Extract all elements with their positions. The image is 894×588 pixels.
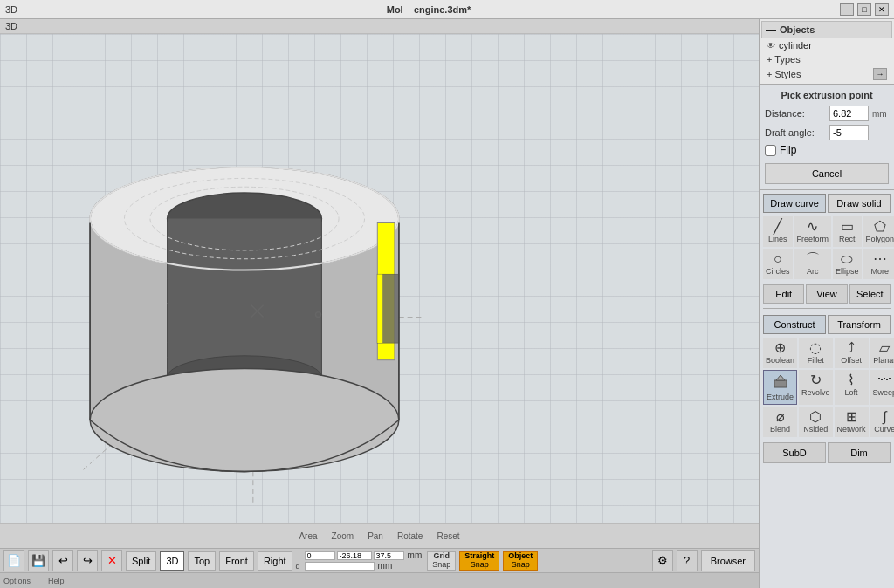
tool-label: More bbox=[871, 267, 890, 276]
rotate-tool[interactable]: Rotate bbox=[397, 531, 423, 541]
construct-tool-loft[interactable]: ⌇Loft bbox=[835, 370, 869, 405]
curve-tool-rect[interactable]: ▭Rect bbox=[833, 216, 862, 247]
reset-tool[interactable]: Reset bbox=[437, 531, 459, 541]
construct-tool-sweep[interactable]: 〰Sweep bbox=[870, 370, 894, 405]
styles-arrow-icon[interactable]: → bbox=[873, 68, 887, 80]
construct-tool-extrude[interactable]: Extrude bbox=[763, 370, 797, 405]
select-button[interactable]: Select bbox=[849, 284, 891, 304]
draw-tabs: Draw curve Draw solid bbox=[763, 194, 891, 213]
pan-tool[interactable]: Pan bbox=[368, 531, 383, 541]
y-coord[interactable] bbox=[337, 551, 372, 560]
curve-tool-polygon[interactable]: ⬠Polygon bbox=[863, 216, 894, 247]
close-button[interactable]: ✕ bbox=[875, 3, 889, 16]
tool-icon-ellipse: ⬭ bbox=[841, 252, 853, 266]
area-tool[interactable]: Area bbox=[299, 531, 317, 541]
d-coord[interactable] bbox=[305, 562, 375, 571]
dim-button[interactable]: Dim bbox=[828, 442, 891, 463]
curve-tool-ellipse[interactable]: ⬭Ellipse bbox=[833, 249, 862, 279]
construct-tab[interactable]: Construct bbox=[763, 315, 826, 334]
object-snap-button[interactable]: Object Snap bbox=[503, 551, 538, 571]
window-controls: — □ ✕ bbox=[840, 3, 889, 16]
top-button[interactable]: Top bbox=[188, 551, 216, 571]
tool-label: Rect bbox=[839, 235, 856, 243]
curve-tool-arc[interactable]: ⌒Arc bbox=[794, 249, 832, 279]
unit-label: mm bbox=[408, 550, 423, 560]
construct-icon-sweep: 〰 bbox=[877, 373, 891, 387]
construct-label: Loft bbox=[845, 388, 858, 397]
curve-tool-lines[interactable]: ╱Lines bbox=[763, 216, 793, 247]
viewport-label: 3D bbox=[0, 19, 759, 34]
construct-tool-fillet[interactable]: ◌Fillet bbox=[799, 338, 833, 368]
construct-tool-boolean[interactable]: ⊕Boolean bbox=[763, 338, 797, 368]
curve-tool-freeform[interactable]: ∿Freeform bbox=[794, 216, 832, 247]
delete-button[interactable]: ✕ bbox=[101, 550, 122, 571]
edit-button[interactable]: Edit bbox=[763, 284, 804, 304]
straight-snap-button[interactable]: Straight Snap bbox=[459, 551, 499, 571]
3d-viewport-svg bbox=[35, 51, 454, 523]
save-button[interactable]: 💾 bbox=[28, 550, 49, 571]
undo-button[interactable]: ↩ bbox=[52, 550, 73, 571]
cylinder-object-item[interactable]: 👁 cylinder bbox=[761, 38, 892, 52]
split-button[interactable]: Split bbox=[126, 551, 156, 571]
draw-curve-tab[interactable]: Draw curve bbox=[763, 194, 826, 213]
objects-panel-header[interactable]: — Objects bbox=[761, 21, 892, 38]
browser-button[interactable]: Browser bbox=[701, 550, 755, 571]
construct-label: Revolve bbox=[801, 388, 830, 397]
construct-icon-loft: ⌇ bbox=[848, 373, 855, 387]
construct-icon-fillet: ◌ bbox=[809, 341, 822, 355]
title-bar: 3D MoI engine.3dm* — □ ✕ bbox=[0, 0, 894, 19]
subd-button[interactable]: SubD bbox=[763, 442, 826, 463]
tool-label: Ellipse bbox=[836, 267, 859, 276]
draft-angle-row: Draft angle: bbox=[765, 125, 889, 140]
help-icon[interactable]: ? bbox=[677, 550, 698, 571]
construct-tool-curve[interactable]: ∫Curve bbox=[870, 407, 894, 437]
minimize-button[interactable]: — bbox=[840, 3, 854, 16]
tool-label: Circles bbox=[766, 267, 790, 276]
draw-solid-tab[interactable]: Draw solid bbox=[828, 194, 891, 213]
construct-tool-network[interactable]: ⊞Network bbox=[835, 407, 869, 437]
eye-icon: 👁 bbox=[767, 41, 775, 51]
curve-tool-circles[interactable]: ○Circles bbox=[763, 249, 793, 279]
construct-icon-network: ⊞ bbox=[846, 410, 857, 424]
options-label: Options bbox=[3, 577, 31, 585]
view-button[interactable]: View bbox=[806, 284, 847, 304]
curve-tool-more[interactable]: ⋯More bbox=[863, 249, 894, 279]
viewport-tag: 3D bbox=[5, 4, 17, 15]
cancel-button[interactable]: Cancel bbox=[765, 163, 889, 184]
transform-tab[interactable]: Transform bbox=[828, 315, 891, 334]
app-title: MoI engine.3dm* bbox=[387, 4, 471, 15]
maximize-button[interactable]: □ bbox=[857, 3, 871, 16]
construct-label: Blend bbox=[770, 425, 790, 434]
distance-input[interactable] bbox=[829, 106, 869, 121]
styles-sub-panel[interactable]: + Styles → bbox=[761, 66, 892, 82]
construct-tool-offset[interactable]: ⤴Offset bbox=[835, 338, 869, 368]
construct-label: Network bbox=[837, 425, 866, 434]
construct-icon-blend: ⌀ bbox=[776, 410, 785, 424]
new-button[interactable]: 📄 bbox=[3, 550, 24, 571]
z-coord[interactable] bbox=[374, 551, 404, 560]
3d-button[interactable]: 3D bbox=[160, 551, 184, 571]
construct-tabs: Construct Transform bbox=[763, 315, 891, 334]
construct-tool-revolve[interactable]: ↻Revolve bbox=[799, 370, 833, 405]
construct-tool-planar[interactable]: ▱Planar bbox=[870, 338, 894, 368]
viewport-canvas[interactable] bbox=[0, 34, 759, 523]
construct-label: Extrude bbox=[767, 393, 794, 401]
draft-angle-input[interactable] bbox=[829, 125, 869, 140]
front-button[interactable]: Front bbox=[219, 551, 254, 571]
construct-tool-blend[interactable]: ⌀Blend bbox=[763, 407, 797, 437]
redo-button[interactable]: ↪ bbox=[77, 550, 98, 571]
distance-row: Distance: mm bbox=[765, 106, 889, 121]
construct-icon-boolean: ⊕ bbox=[774, 341, 786, 355]
construct-label: Planar bbox=[873, 356, 894, 365]
right-panel: — Objects 👁 cylinder + Types + Styles → … bbox=[759, 19, 894, 588]
edit-view-select-row: Edit View Select bbox=[760, 283, 894, 305]
right-button[interactable]: Right bbox=[258, 551, 292, 571]
grid-snap-button[interactable]: Grid Snap bbox=[427, 551, 456, 571]
construct-tool-nsided[interactable]: ⬡Nsided bbox=[799, 407, 833, 437]
zoom-tool[interactable]: Zoom bbox=[332, 531, 354, 541]
options-gear-icon[interactable]: ⚙ bbox=[652, 550, 673, 571]
types-sub-panel[interactable]: + Types bbox=[761, 52, 892, 66]
x-coord[interactable] bbox=[305, 551, 335, 560]
coordinates: mm d mm bbox=[296, 550, 424, 571]
flip-checkbox[interactable] bbox=[765, 145, 776, 156]
